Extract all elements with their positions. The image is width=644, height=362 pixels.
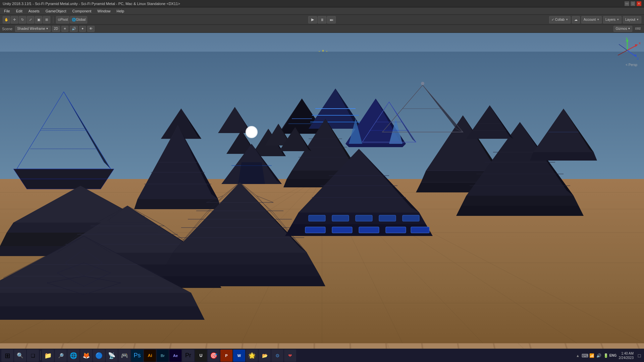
task-view-button[interactable]: ❑ — [27, 350, 39, 362]
taskbar-aftereffects[interactable]: Ae — [169, 350, 181, 362]
taskbar-app5[interactable]: 📂 — [259, 350, 271, 362]
cloud-icon: ☁ — [574, 18, 578, 21]
scene-lighting-button[interactable]: ☀ — [61, 26, 68, 32]
taskbar-premiere[interactable]: Pr — [182, 350, 194, 362]
menu-window[interactable]: Window — [95, 8, 113, 14]
menu-edit[interactable]: Edit — [13, 8, 25, 14]
taskbar-app3[interactable]: 🎯 — [208, 350, 220, 362]
menu-help[interactable]: Help — [114, 8, 127, 14]
taskbar-illustrator[interactable]: Ai — [144, 350, 156, 362]
taskbar-clock[interactable]: 1:40 AM 2/24/2023 — [617, 351, 636, 360]
window-title: Unity 2018.3.11f1 - Sci-Fi Pyramid Metal… — [3, 2, 625, 6]
gizmos-label: Gizmos — [615, 27, 627, 31]
svg-text:Y: Y — [626, 37, 628, 40]
taskbar-chrome[interactable]: 🔵 — [93, 350, 105, 362]
global-label: Global — [76, 18, 86, 21]
taskbar-separator-1 — [40, 351, 41, 360]
account-label: Account — [584, 18, 596, 21]
collab-label: Collab — [555, 18, 565, 21]
taskbar-search[interactable]: 🔎 — [55, 350, 67, 362]
taskbar-bridge[interactable]: Br — [157, 350, 169, 362]
svg-marker-91 — [238, 162, 265, 184]
svg-rect-147 — [386, 227, 406, 233]
taskbar-explorer[interactable]: 📁 — [42, 350, 54, 362]
layout-label: Layout — [625, 18, 635, 21]
pivot-button[interactable]: ⊙ Pivot — [56, 16, 69, 23]
account-button[interactable]: Account ▼ — [581, 16, 602, 23]
taskbar-app1[interactable]: 📡 — [106, 350, 118, 362]
svg-text:Z: Z — [637, 57, 639, 60]
taskbar-battery[interactable]: 🔋 — [603, 350, 609, 362]
taskbar-language[interactable]: ENG — [610, 350, 616, 362]
taskbar-edge[interactable]: 🌐 — [67, 350, 79, 362]
2d-button[interactable]: 2D — [52, 26, 60, 32]
menu-file[interactable]: File — [1, 8, 13, 14]
play-button[interactable]: ▶ — [308, 16, 317, 23]
svg-rect-140 — [332, 215, 349, 221]
collab-checkmark: ✓ — [551, 18, 554, 21]
step-button[interactable]: ⏭ — [327, 16, 336, 23]
gizmos-dropdown: ▼ — [628, 27, 630, 30]
search-button[interactable]: 🔍 — [14, 350, 26, 362]
svg-marker-217 — [634, 54, 637, 58]
transform-tool[interactable]: ⊞ — [43, 16, 50, 23]
minimize-button[interactable]: — — [625, 1, 629, 6]
svg-marker-76 — [134, 199, 221, 209]
taskbar-system-tray: ▲ ⌨ 📶 🔊 🔋 ENG 1:40 AM 2/24/2023 □ — [575, 350, 643, 362]
cloud-button[interactable]: ☁ — [572, 16, 580, 23]
global-button[interactable]: 🌐 Global — [70, 16, 87, 23]
svg-marker-161 — [456, 206, 584, 216]
menu-component[interactable]: Component — [69, 8, 94, 14]
taskbar-app7[interactable]: ❤ — [284, 350, 296, 362]
menu-assets[interactable]: Assets — [26, 8, 42, 14]
taskbar-app4[interactable]: 🌟 — [246, 350, 258, 362]
maximize-button[interactable]: □ — [631, 1, 635, 6]
scene-audio-button[interactable]: 🔊 — [70, 26, 78, 32]
taskbar-systray-icons[interactable]: ▲ — [575, 350, 581, 362]
taskbar-keyboard[interactable]: ⌨ — [582, 350, 588, 362]
taskbar-network[interactable]: 📶 — [589, 350, 595, 362]
pause-button[interactable]: ⏸ — [318, 16, 326, 23]
taskbar-word[interactable]: W — [233, 350, 245, 362]
close-button[interactable]: ✕ — [637, 1, 641, 6]
layout-button[interactable]: Layout ▼ — [623, 16, 641, 23]
collab-dropdown-arrow: ▼ — [566, 18, 568, 21]
shading-mode-label: Shaded Wireframe — [17, 27, 45, 31]
rotate-tool[interactable]: ↻ — [19, 16, 26, 23]
taskbar-app6[interactable]: ⚙ — [271, 350, 283, 362]
axis-gizmo: Y X Z < Persp — [614, 37, 637, 60]
taskbar-unity[interactable]: U — [195, 350, 207, 362]
taskbar-firefox[interactable]: 🦊 — [80, 350, 92, 362]
start-button[interactable]: ⊞ — [1, 350, 13, 362]
taskbar-powerpoint[interactable]: P — [220, 350, 232, 362]
taskbar-volume[interactable]: 🔊 — [596, 350, 602, 362]
play-controls: ▶ ⏸ ⏭ — [308, 16, 336, 23]
collab-button[interactable]: ✓ Collab ▼ — [549, 16, 571, 23]
transform-tools: ✋ ✛ ↻ ⤢ ▣ ⊞ — [3, 16, 50, 23]
shading-mode-button[interactable]: Shaded Wireframe ▼ — [15, 26, 50, 32]
scene-toolbar: Scene Shaded Wireframe ▼ 2D ☀ 🔊 ✦ 👁 Gizm… — [0, 25, 644, 33]
svg-marker-215 — [635, 44, 638, 47]
viewport[interactable]: Y X Z < Persp — [0, 33, 644, 362]
rect-tool[interactable]: ▣ — [35, 16, 42, 23]
hand-tool[interactable]: ✋ — [3, 16, 10, 23]
svg-line-216 — [627, 50, 636, 56]
scene-label: Scene — [2, 27, 12, 31]
move-tool[interactable]: ✛ — [11, 16, 18, 23]
taskbar-app2[interactable]: 🎮 — [118, 350, 130, 362]
svg-point-87 — [247, 127, 257, 137]
layout-dropdown-arrow: ▼ — [636, 18, 639, 21]
scene-fx-button[interactable]: ✦ — [79, 26, 86, 32]
scale-tool[interactable]: ⤢ — [27, 16, 34, 23]
pivot-label: Pivot — [60, 18, 68, 21]
gizmos-button[interactable]: Gizmos ▼ — [613, 26, 632, 32]
taskbar-photoshop[interactable]: Ps — [131, 350, 143, 362]
gizmos-area: Gizmos ▼ #All — [613, 26, 642, 32]
layers-button[interactable]: Layers ▼ — [603, 16, 622, 23]
svg-marker-68 — [20, 179, 107, 189]
2d-label: 2D — [54, 27, 58, 31]
svg-rect-142 — [379, 215, 396, 221]
menu-gameobject[interactable]: GameObject — [43, 8, 69, 14]
scene-hidden-button[interactable]: 👁 — [87, 26, 95, 32]
taskbar-notification[interactable]: □ — [636, 350, 643, 362]
